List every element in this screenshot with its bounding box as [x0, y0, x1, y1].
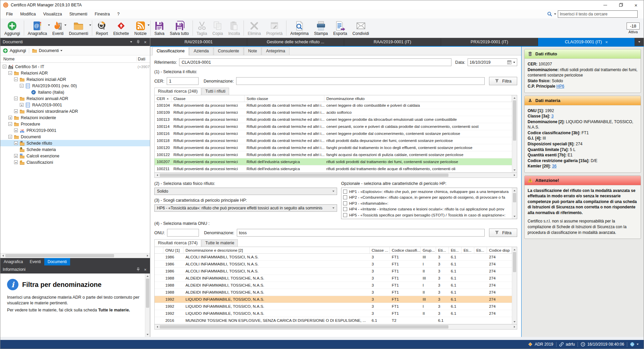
hp-option-1[interactable]: HP1 - «Esplosivo»: rifiuto che può, per …	[341, 189, 512, 195]
table-row[interactable]: 2016MUNIZIONI TOSSICHE NON ESPLOSIVE, SE…	[155, 317, 512, 324]
table-row[interactable]: 100116Rifiuti provenienti da processi te…	[155, 130, 512, 137]
tree-item-relazioni-adr[interactable]: −Relazioni ADR	[0, 70, 150, 76]
tool-eventi[interactable]: Eventi	[50, 19, 66, 37]
panel-dropdown-icon[interactable]	[129, 40, 133, 44]
hp-option-3[interactable]: HP3 - «Infiammabile»:	[341, 200, 512, 206]
tree-item-calcoli-esenzione[interactable]: +Calcoli esenzione	[0, 153, 150, 159]
table-row[interactable]: 1992LIQUIDO INFIAMMABILE, TOSSICO, N.A.S…	[155, 296, 512, 303]
denominazione2-input[interactable]: toss	[237, 229, 485, 237]
tree-item-schede-rifiuto[interactable]: +Schede rifiuto	[0, 140, 150, 146]
status-item-adr-2019[interactable]: ADR 2019	[525, 340, 556, 349]
tab-overflow-icon[interactable]	[635, 38, 644, 46]
filtra2-button[interactable]: Filtra	[489, 229, 517, 237]
tool-documenti[interactable]: Documenti	[66, 19, 91, 37]
materia-tab-tutte-le-materie[interactable]: Tutte le materie	[202, 239, 238, 247]
chevron-down-icon[interactable]	[148, 24, 150, 26]
tree-expand-icon[interactable]: +	[20, 103, 23, 107]
menu-item-visualizza[interactable]: Visualizza	[40, 10, 66, 18]
tree-item-documenti[interactable]: −Documenti	[0, 134, 150, 140]
tree-item-schede-materia[interactable]: Schede materia	[0, 146, 150, 153]
tool-salva[interactable]: Salva	[152, 19, 167, 37]
column-header-classe[interactable]: Classe ...	[370, 247, 390, 253]
tree-expand-icon[interactable]: −	[8, 122, 12, 126]
tool-anteprima[interactable]: Anteprima	[287, 19, 311, 37]
table-row[interactable]: 1986ALCOLI INFIAMMABILI, TOSSICI, N.A.S.…	[155, 254, 512, 261]
left-tab-documenti[interactable]: Documenti	[44, 258, 70, 265]
table-row[interactable]: 1992LIQUIDO INFIAMMABILE, TOSSICO, N.A.S…	[155, 310, 512, 317]
panel-root-dropdown-icon[interactable]	[60, 50, 62, 51]
sub-tab-consulente[interactable]: Consulente	[214, 47, 244, 55]
tree-item-relazioni-annuali-adr[interactable]: −Relazioni annuali ADR	[0, 95, 150, 102]
restore-button[interactable]	[613, 0, 628, 10]
tool-esporta[interactable]: Esporta	[331, 19, 350, 37]
table-row[interactable]: 100120Rifiuti provenienti da processi te…	[155, 144, 512, 151]
waste-tab-risultati-ricerca-248[interactable]: Risultati ricerca (248)	[154, 88, 201, 95]
pin-icon[interactable]	[136, 40, 141, 44]
column-header-classe[interactable]: Classe	[171, 95, 245, 102]
table-row[interactable]: 1988ALDEIDI INFIAMMABILI, TOSSICHE, N.A.…	[155, 282, 512, 289]
table-row[interactable]: 100122Rifiuti provenienti da processi te…	[155, 151, 512, 158]
checkbox-icon[interactable]	[343, 201, 347, 205]
column-header-denominazione-rifiuto[interactable]: Denominazione rifiuto	[324, 95, 512, 102]
data-link[interactable]: 36	[552, 164, 556, 168]
search-icon[interactable]	[547, 11, 552, 17]
tree-item-relazioni-incidente[interactable]: +Relazioni incidente	[0, 114, 150, 121]
column-header-eti[interactable]: Eti...	[436, 247, 449, 253]
menu-item-strumenti[interactable]: Strumenti	[66, 10, 91, 18]
riferimento-input[interactable]: CLA/2019-0001	[179, 58, 451, 66]
panel-root-button[interactable]: Documenti	[39, 48, 59, 53]
tree-expand-icon[interactable]: +	[14, 109, 18, 113]
panel-add-button[interactable]: Aggiungi	[10, 48, 26, 53]
stato-fisico-select[interactable]: Solido	[154, 188, 337, 195]
close-button[interactable]: ×	[628, 0, 644, 10]
doc-tab-cla-2019-0001-it[interactable]: CLA/2019-0001 (IT)×	[538, 38, 635, 46]
filtra-button[interactable]: Filtra	[489, 77, 517, 85]
search-options-arrow-icon[interactable]	[554, 13, 556, 15]
tree-item-classificazioni[interactable]: +Classificazioni	[0, 159, 150, 165]
tool-condividi[interactable]: Condividi	[350, 19, 372, 37]
tree-expand-icon[interactable]: +	[14, 154, 18, 158]
tree-expand-icon[interactable]: +	[14, 129, 18, 132]
menu-item-finestra[interactable]: Finestra	[91, 10, 113, 18]
table-row[interactable]: 1986ALCOLI INFIAMMABILI, TOSSICI, N.A.S.…	[155, 261, 512, 268]
column-header-onu-1[interactable]: ONU [1]	[163, 247, 183, 253]
column-header-denominazione-e-descrizione-2[interactable]: Denominazione e descrizione [2]	[183, 247, 370, 253]
table-row[interactable]: 1988ALDEIDI INFIAMMABILI, TOSSICHE, N.A.…	[155, 289, 512, 296]
column-header-blank[interactable]	[155, 247, 163, 253]
onu-input[interactable]	[167, 229, 199, 237]
license-activate-link[interactable]: Attiva	[629, 30, 638, 34]
hp-principale-select[interactable]: HP6 - «Tossicità acuta»: rifiuto che può…	[154, 204, 337, 212]
date-dropdown-icon[interactable]	[513, 62, 515, 63]
tool-report[interactable]: Report	[93, 19, 111, 37]
cer-input[interactable]: 1	[167, 77, 199, 85]
tool-etichette[interactable]: Etichette	[111, 19, 132, 37]
waste-tab-tutti-i-rifiuti[interactable]: Tutti i rifiuti	[202, 88, 229, 95]
sub-tab-azienda[interactable]: Azienda	[189, 47, 213, 55]
tree-item-relazioni-straordinarie-adr[interactable]: +Relazioni straordinarie ADR	[0, 108, 150, 114]
column-dati[interactable]: Dati	[137, 57, 150, 61]
status-item-16-10-2019-08-40-06[interactable]: 16/10/2019 08:40:06	[578, 340, 627, 349]
doc-tab-gestione-delle-schede-rifiuto[interactable]: Gestione delle schede rifiuto ...	[247, 38, 344, 46]
chevron-down-icon[interactable]	[89, 24, 91, 26]
tree-expand-icon[interactable]: −	[14, 97, 18, 100]
materia-table-hscrollbar[interactable]	[154, 325, 517, 330]
checkbox-icon[interactable]	[343, 213, 347, 217]
tool-aggiungi[interactable]: Aggiungi	[2, 19, 23, 37]
sub-tab-note[interactable]: Note	[244, 47, 261, 55]
tree-expand-icon[interactable]: +	[14, 141, 18, 145]
tree-item-procedure[interactable]: −Procedure	[0, 121, 150, 127]
doc-tab-prx-2019-0001-it[interactable]: PRX/2019-0001 (IT)	[441, 38, 538, 46]
menu-item-[interactable]: ?	[113, 10, 123, 18]
hp-option-2[interactable]: HP2 - «Comburente»: rifiuto capace, in g…	[341, 195, 512, 201]
tree-item-relazioni-iniziali-adr[interactable]: −Relazioni iniziali ADR	[0, 76, 150, 83]
tool-stampa[interactable]: Stampa	[311, 19, 330, 37]
tree-item-italiano-italia[interactable]: ITItaliano (Italia)	[0, 89, 150, 95]
tree-expand-icon[interactable]: −	[14, 78, 18, 81]
table-row[interactable]: 100114Rifiuti provenienti da processi te…	[155, 123, 512, 130]
status-item-globe-icon[interactable]	[627, 340, 641, 349]
column-header-codice-disp[interactable]: Codice disp	[487, 247, 512, 253]
tool-anagrafica[interactable]: @Anagrafica	[25, 19, 50, 37]
materia-tab-risultati-ricerca-374[interactable]: Risultati ricerca (374)	[154, 239, 201, 247]
left-tab-anagrafica[interactable]: Anagrafica	[0, 258, 26, 265]
table-row[interactable]: 100109Rifiuti provenienti da processi te…	[155, 109, 512, 116]
